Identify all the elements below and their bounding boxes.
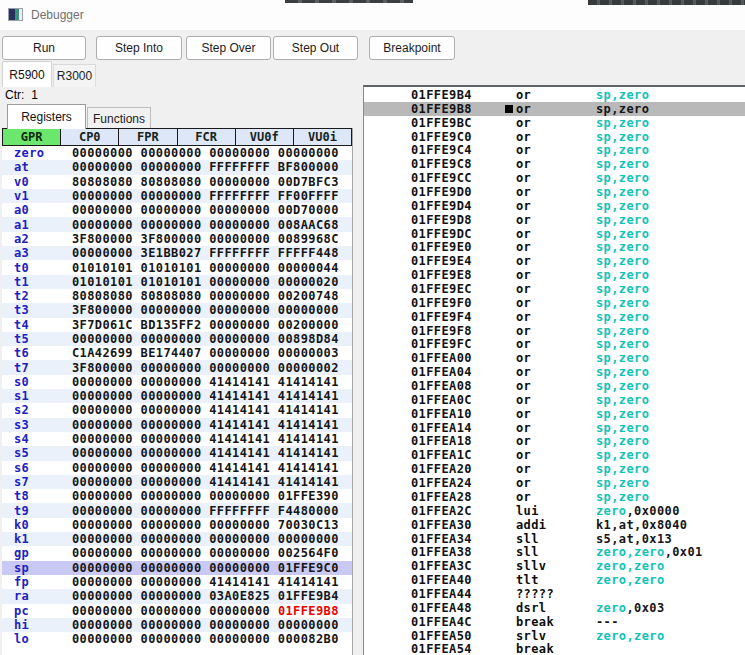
disasm-row[interactable]: 01FFE9DCorsp,zero: [364, 227, 745, 241]
register-value: 00000000 00000000 00000000 00898D84: [72, 332, 339, 346]
register-value: 01010101 01010101 00000000 00000020: [72, 275, 339, 289]
register-name: zero: [2, 146, 72, 160]
reg-category-fpr[interactable]: FPR: [119, 129, 177, 145]
register-row[interactable]: v100000000 00000000 FFFFFFFF FF00FFFF: [2, 189, 352, 203]
register-row[interactable]: v080808080 80808080 00000000 00D7BFC3: [2, 175, 352, 189]
register-row[interactable]: s400000000 00000000 41414141 41414141: [2, 432, 352, 446]
disasm-row[interactable]: 01FFE9D8orsp,zero: [364, 213, 745, 227]
tab-registers[interactable]: Registers: [7, 104, 86, 129]
disasm-row[interactable]: 01FFE9C0orsp,zero: [364, 130, 745, 144]
register-row[interactable]: t43F7D061C BD135FF2 00000000 00200000: [2, 318, 352, 332]
reg-category-cp0[interactable]: CP0: [61, 129, 119, 145]
disasm-row[interactable]: 01FFEA48dsrlzero,0x03: [364, 601, 745, 615]
disasm-row[interactable]: 01FFEA40tltzero,zero: [364, 573, 745, 587]
register-row[interactable]: sp00000000 00000000 00000000 01FFE9C0: [2, 561, 352, 575]
step-out-button[interactable]: Step Out: [273, 36, 358, 60]
disasm-row[interactable]: 01FFEA34slls5,at,0x13: [364, 532, 745, 546]
register-row[interactable]: s300000000 00000000 41414141 41414141: [2, 418, 352, 432]
run-button[interactable]: Run: [2, 36, 86, 60]
disasm-row[interactable]: 01FFE9CCorsp,zero: [364, 171, 745, 185]
register-row[interactable]: t001010101 01010101 00000000 00000044: [2, 260, 352, 274]
register-row[interactable]: t900000000 00000000 FFFFFFFF F4480000: [2, 503, 352, 517]
register-row[interactable]: at00000000 00000000 FFFFFFFF BF800000: [2, 160, 352, 174]
register-row[interactable]: t6C1A42699 BE174407 00000000 00000003: [2, 346, 352, 360]
register-row[interactable]: s000000000 00000000 41414141 41414141: [2, 375, 352, 389]
breakpoint-button[interactable]: Breakpoint: [369, 36, 455, 60]
disasm-row[interactable]: 01FFEA20orsp,zero: [364, 462, 745, 476]
register-row[interactable]: s100000000 00000000 41414141 41414141: [2, 389, 352, 403]
disasm-row[interactable]: 01FFEA18orsp,zero: [364, 434, 745, 448]
reg-category-fcr[interactable]: FCR: [178, 129, 236, 145]
register-row[interactable]: a000000000 00000000 00000000 00D70000: [2, 203, 352, 217]
register-row[interactable]: ra00000000 00000000 03A0E825 01FFE9B4: [2, 589, 352, 603]
register-row[interactable]: a300000000 3E1BB027 FFFFFFFF FFFFF448: [2, 246, 352, 260]
disasm-operands: sp,zero: [596, 171, 649, 185]
disasm-row[interactable]: 01FFEA1Corsp,zero: [364, 448, 745, 462]
register-row[interactable]: t73F800000 00000000 00000000 00000002: [2, 360, 352, 374]
disasm-row[interactable]: 01FFEA24orsp,zero: [364, 476, 745, 490]
reg-category-vu0f[interactable]: VU0f: [236, 129, 294, 145]
register-row[interactable]: t33F800000 00000000 00000000 00000000: [2, 303, 352, 317]
register-row[interactable]: t500000000 00000000 00000000 00898D84: [2, 332, 352, 346]
disasm-row[interactable]: 01FFEA30addik1,at,0x8040: [364, 518, 745, 532]
reg-category-gpr[interactable]: GPR: [3, 129, 61, 145]
register-name: t0: [2, 261, 72, 275]
disasm-opcode: addi: [516, 518, 547, 532]
disasm-row[interactable]: 01FFE9B8orsp,zero: [364, 102, 745, 116]
register-row[interactable]: t280808080 80808080 00000000 00200748: [2, 289, 352, 303]
disasm-row[interactable]: 01FFE9B4orsp,zero: [364, 88, 745, 102]
disasm-row[interactable]: 01FFE9C8orsp,zero: [364, 157, 745, 171]
disasm-address: 01FFEA18: [411, 434, 472, 448]
disasm-row[interactable]: 01FFE9D0orsp,zero: [364, 185, 745, 199]
disasm-row[interactable]: 01FFEA3Csllvzero,zero: [364, 559, 745, 573]
register-row[interactable]: a100000000 00000000 00000000 008AAC68: [2, 217, 352, 231]
disasm-row[interactable]: 01FFEA14orsp,zero: [364, 421, 745, 435]
disasm-row[interactable]: 01FFEA00orsp,zero: [364, 351, 745, 365]
disassembly-panel[interactable]: 01FFE9B4orsp,zero01FFE9B8orsp,zero01FFE9…: [363, 85, 745, 655]
disasm-row[interactable]: 01FFEA50srlvzero,zero: [364, 629, 745, 643]
register-row[interactable]: hi00000000 00000000 00000000 00000000: [2, 618, 352, 632]
tab-r3000[interactable]: R3000: [53, 64, 96, 87]
disasm-row[interactable]: 01FFE9FCorsp,zero: [364, 337, 745, 351]
register-row[interactable]: s700000000 00000000 41414141 41414141: [2, 475, 352, 489]
disasm-row[interactable]: 01FFE9F8orsp,zero: [364, 324, 745, 338]
disasm-row[interactable]: 01FFE9E8orsp,zero: [364, 268, 745, 282]
register-row[interactable]: k100000000 00000000 00000000 00000000: [2, 532, 352, 546]
disasm-opcode: or: [516, 88, 531, 102]
disasm-row[interactable]: 01FFEA08orsp,zero: [364, 379, 745, 393]
reg-category-vu0i[interactable]: VU0i: [294, 129, 351, 145]
register-row[interactable]: lo00000000 00000000 00000000 000082B0: [2, 632, 352, 646]
tab-r5900[interactable]: R5900: [2, 61, 52, 87]
disasm-row[interactable]: 01FFEA44?????: [364, 587, 745, 601]
disasm-row[interactable]: 01FFE9F4orsp,zero: [364, 310, 745, 324]
disasm-row[interactable]: 01FFEA04orsp,zero: [364, 365, 745, 379]
disasm-row[interactable]: 01FFE9BCorsp,zero: [364, 116, 745, 130]
register-row[interactable]: s200000000 00000000 41414141 41414141: [2, 403, 352, 417]
step-into-button[interactable]: Step Into: [96, 36, 182, 60]
disasm-row[interactable]: 01FFEA54break: [364, 642, 745, 655]
disasm-row[interactable]: 01FFEA0Corsp,zero: [364, 393, 745, 407]
register-row[interactable]: fp00000000 00000000 41414141 41414141: [2, 575, 352, 589]
register-row[interactable]: pc00000000 00000000 00000000 01FFE9B8: [2, 604, 352, 618]
disasm-row[interactable]: 01FFE9C4orsp,zero: [364, 143, 745, 157]
register-row[interactable]: t800000000 00000000 00000000 01FFE390: [2, 489, 352, 503]
disasm-row[interactable]: 01FFE9F0orsp,zero: [364, 296, 745, 310]
register-row[interactable]: gp00000000 00000000 00000000 002564F0: [2, 546, 352, 560]
step-over-button[interactable]: Step Over: [186, 36, 271, 60]
disasm-row[interactable]: 01FFEA2Cluizero,0x0000: [364, 504, 745, 518]
disasm-row[interactable]: 01FFE9E4orsp,zero: [364, 254, 745, 268]
disasm-row[interactable]: 01FFE9D4orsp,zero: [364, 199, 745, 213]
disasm-row[interactable]: 01FFEA4Cbreak---: [364, 615, 745, 629]
register-row[interactable]: s600000000 00000000 41414141 41414141: [2, 461, 352, 475]
register-row[interactable]: zero00000000 00000000 00000000 00000000: [2, 146, 352, 160]
disasm-row[interactable]: 01FFE9E0orsp,zero: [364, 240, 745, 254]
disasm-row[interactable]: 01FFEA10orsp,zero: [364, 407, 745, 421]
disasm-row[interactable]: 01FFE9ECorsp,zero: [364, 282, 745, 296]
register-row[interactable]: a23F800000 3F800000 00000000 0089968C: [2, 232, 352, 246]
disasm-row[interactable]: 01FFEA38sllzero,zero,0x01: [364, 545, 745, 559]
register-row[interactable]: t101010101 01010101 00000000 00000020: [2, 275, 352, 289]
register-row[interactable]: s500000000 00000000 41414141 41414141: [2, 446, 352, 460]
tab-functions[interactable]: Functions: [87, 107, 151, 129]
register-row[interactable]: k000000000 00000000 00000000 70030C13: [2, 518, 352, 532]
disasm-row[interactable]: 01FFEA28orsp,zero: [364, 490, 745, 504]
